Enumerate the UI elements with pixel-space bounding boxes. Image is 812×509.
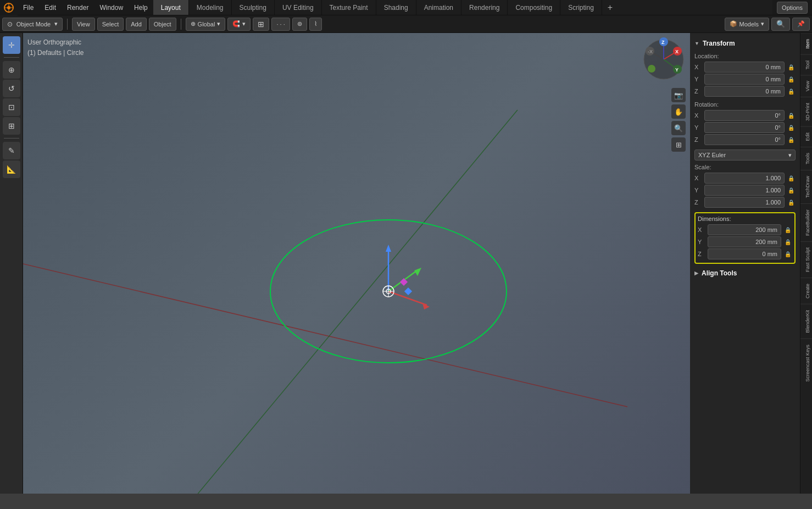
tab-modeling[interactable]: Modeling	[189, 0, 232, 15]
magnet-icon: 🧲	[232, 20, 240, 27]
dim-z-input[interactable]: 0 mm	[708, 248, 781, 259]
add-menu[interactable]: Add	[126, 18, 147, 31]
location-x-lock[interactable]: 🔒	[787, 63, 796, 71]
side-tab-view[interactable]: View	[800, 75, 812, 97]
rotation-y-lock[interactable]: 🔒	[787, 123, 796, 132]
viewport[interactable]: User Orthographic (1) Defaults | Circle	[23, 33, 690, 494]
location-z-row: Z 0 mm 🔒	[694, 86, 796, 97]
global-chevron: ▾	[217, 20, 220, 27]
location-y-row: Y 0 mm 🔒	[694, 74, 796, 85]
models-selector[interactable]: 📦 Models ▾	[725, 18, 769, 31]
side-tab-create[interactable]: Create	[800, 278, 812, 304]
transform-panel-header[interactable]: Transform	[694, 37, 796, 49]
side-tab-3dprint[interactable]: 3D-Print	[800, 97, 812, 126]
select-menu[interactable]: Select	[97, 18, 124, 31]
dim-x-lock[interactable]: 🔒	[783, 225, 792, 234]
side-tab-blenderkit[interactable]: BlenderKit	[800, 304, 812, 339]
annotate-tool[interactable]: ✎	[3, 142, 20, 159]
dim-z-lock[interactable]: 🔒	[783, 250, 792, 258]
scale-x-input[interactable]: 1.000	[704, 173, 785, 184]
scale-y-input[interactable]: 1.000	[704, 185, 785, 196]
tab-shading[interactable]: Shading	[376, 0, 416, 15]
location-x-input[interactable]: 0 mm	[704, 62, 785, 73]
overlay-button[interactable]: ⊞	[253, 18, 269, 31]
side-tab-techdraw[interactable]: TechDraw	[800, 170, 812, 203]
rotation-x-lock[interactable]: 🔒	[787, 111, 796, 120]
side-tab-fastsculpt[interactable]: Fast Sculpt	[800, 241, 812, 278]
search-button[interactable]: 🔍	[771, 18, 790, 31]
add-workspace-tab[interactable]: +	[602, 3, 618, 13]
navigation-gizmo[interactable]: X -X Y Z	[642, 37, 686, 81]
global-selector[interactable]: ⊕ Global ▾	[186, 18, 226, 31]
move-tool[interactable]: ⊕	[3, 61, 20, 79]
tab-texture-paint[interactable]: Texture Paint	[322, 0, 376, 15]
location-section: Location: X 0 mm 🔒 Y 0 mm 🔒 Z 0 mm 🔒	[694, 53, 796, 97]
scale-y-lock[interactable]: 🔒	[787, 186, 796, 195]
camera-icon[interactable]: 📷	[671, 88, 686, 102]
side-tab-item[interactable]: Item	[800, 33, 812, 54]
x-axis-label: X	[694, 64, 702, 70]
dim-x-input[interactable]: 200 mm	[708, 224, 781, 235]
mode-label: Object Mode	[16, 21, 51, 27]
tab-animation[interactable]: Animation	[416, 0, 461, 15]
scale-x-lock[interactable]: 🔒	[787, 174, 796, 182]
side-tab-facebuilder[interactable]: FaceBuilder	[800, 203, 812, 241]
dim-y-input[interactable]: 200 mm	[708, 236, 781, 247]
view-menu[interactable]: View	[72, 18, 95, 31]
rotation-z-lock[interactable]: 🔒	[787, 135, 796, 144]
measure-tool[interactable]: 📐	[3, 161, 20, 178]
grid-icon[interactable]: ⊞	[671, 137, 686, 152]
menu-edit[interactable]: Edit	[39, 0, 62, 15]
dim-y-lock[interactable]: 🔒	[783, 237, 792, 246]
global-icon: ⊕	[191, 20, 196, 27]
menu-window[interactable]: Window	[94, 0, 129, 15]
svg-line-4	[23, 264, 627, 407]
tab-sculpting[interactable]: Sculpting	[232, 0, 275, 15]
models-chevron: ▾	[761, 20, 764, 27]
align-tools-header[interactable]: Align Tools	[694, 267, 796, 279]
location-z-lock[interactable]: 🔒	[787, 87, 796, 96]
hand-icon[interactable]: ✋	[671, 104, 686, 119]
left-toolbar: ✛ ⊕ ↺ ⊡ ⊞ ✎ 📐	[0, 33, 23, 494]
tab-uv-editing[interactable]: UV Editing	[275, 0, 322, 15]
rotation-y-input[interactable]: 0°	[704, 122, 785, 133]
tab-rendering[interactable]: Rendering	[461, 0, 508, 15]
object-menu[interactable]: Object	[149, 18, 176, 31]
tab-scripting[interactable]: Scripting	[560, 0, 602, 15]
menu-help[interactable]: Help	[129, 0, 153, 15]
rotation-x-input[interactable]: 0°	[704, 110, 785, 121]
rotation-z-input[interactable]: 0°	[704, 134, 785, 145]
scale-z-lock[interactable]: 🔒	[787, 198, 796, 207]
side-tab-tool[interactable]: Tool	[800, 54, 812, 75]
menu-file[interactable]: File	[18, 0, 39, 15]
side-tab-edit[interactable]: Edit	[800, 126, 812, 147]
location-z-input[interactable]: 0 mm	[704, 86, 785, 97]
location-y-input[interactable]: 0 mm	[704, 74, 785, 85]
mode-selector[interactable]: ⊙ Object Mode ▾	[2, 18, 63, 31]
menu-render[interactable]: Render	[62, 0, 94, 15]
mode-chevron: ▾	[54, 20, 58, 27]
scale-label: Scale:	[694, 164, 796, 170]
shading-dots[interactable]: · · ·	[271, 18, 290, 31]
euler-selector[interactable]: XYZ Euler ▾	[694, 150, 796, 161]
rotate-tool[interactable]: ↺	[3, 80, 20, 97]
scale-z-row: Z 1.000 🔒	[694, 197, 796, 208]
snap-button[interactable]: ⌇	[309, 18, 322, 31]
options-button[interactable]: Options	[777, 2, 808, 14]
cursor-tool[interactable]: ✛	[3, 36, 20, 54]
proportional-edit[interactable]: ⊚	[292, 18, 307, 31]
app-logo	[0, 0, 18, 15]
pin-button[interactable]: 📌	[792, 18, 810, 31]
svg-text:Y: Y	[675, 67, 678, 73]
transform-tool[interactable]: ⊞	[3, 117, 20, 135]
scale-z-input[interactable]: 1.000	[704, 197, 785, 208]
side-tab-screencastkeys[interactable]: Screencast Keys	[800, 339, 812, 388]
scale-tool[interactable]: ⊡	[3, 98, 20, 116]
tab-compositing[interactable]: Compositing	[508, 0, 560, 15]
zoom-icon[interactable]: 🔍	[671, 121, 686, 135]
side-tab-tools[interactable]: Tools	[800, 147, 812, 170]
location-y-lock[interactable]: 🔒	[787, 75, 796, 84]
tab-layout[interactable]: Layout	[153, 0, 189, 15]
snap-toggle[interactable]: 🧲 ▾	[227, 18, 251, 31]
rotation-label: Rotation:	[694, 101, 796, 108]
